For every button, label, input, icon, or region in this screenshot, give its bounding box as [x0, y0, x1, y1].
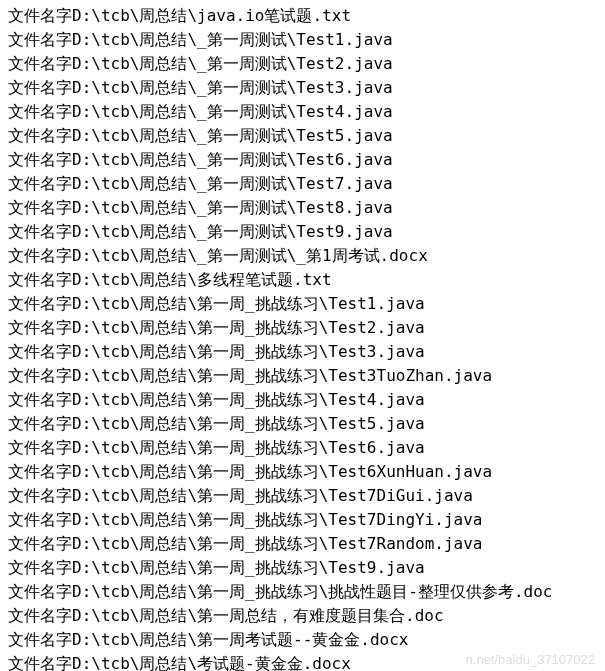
output-line: 文件名字D:\tcb\周总结\第一周_挑战练习\挑战性题目-整理仅供参考.doc — [8, 580, 597, 604]
output-line: 文件名字D:\tcb\周总结\_第一周测试\Test7.java — [8, 172, 597, 196]
output-line: 文件名字D:\tcb\周总结\第一周_挑战练习\Test3TuoZhan.jav… — [8, 364, 597, 388]
output-line: 文件名字D:\tcb\周总结\第一周_挑战练习\Test6XunHuan.jav… — [8, 460, 597, 484]
output-line: 文件名字D:\tcb\周总结\_第一周测试\Test9.java — [8, 220, 597, 244]
output-line: 文件名字D:\tcb\周总结\第一周_挑战练习\Test9.java — [8, 556, 597, 580]
output-line: 文件名字D:\tcb\周总结\第一周_挑战练习\Test5.java — [8, 412, 597, 436]
output-line: 文件名字D:\tcb\周总结\第一周_挑战练习\Test2.java — [8, 316, 597, 340]
output-line: 文件名字D:\tcb\周总结\第一周_挑战练习\Test7DingYi.java — [8, 508, 597, 532]
console-output: 文件名字D:\tcb\周总结\java.io笔试题.txt文件名字D:\tcb\… — [8, 4, 597, 671]
output-line: 文件名字D:\tcb\周总结\_第一周测试\_第1周考试.docx — [8, 244, 597, 268]
output-line: 文件名字D:\tcb\周总结\第一周_挑战练习\Test4.java — [8, 388, 597, 412]
output-line: 文件名字D:\tcb\周总结\_第一周测试\Test4.java — [8, 100, 597, 124]
output-line: 文件名字D:\tcb\周总结\多线程笔试题.txt — [8, 268, 597, 292]
output-line: 文件名字D:\tcb\周总结\java.io笔试题.txt — [8, 4, 597, 28]
output-line: 文件名字D:\tcb\周总结\_第一周测试\Test5.java — [8, 124, 597, 148]
output-line: 文件名字D:\tcb\周总结\第一周_挑战练习\Test6.java — [8, 436, 597, 460]
output-line: 文件名字D:\tcb\周总结\第一周_挑战练习\Test1.java — [8, 292, 597, 316]
output-line: 文件名字D:\tcb\周总结\_第一周测试\Test2.java — [8, 52, 597, 76]
output-line: 文件名字D:\tcb\周总结\_第一周测试\Test3.java — [8, 76, 597, 100]
output-line: 文件名字D:\tcb\周总结\第一周总结，有难度题目集合.doc — [8, 604, 597, 628]
output-line: 文件名字D:\tcb\周总结\第一周_挑战练习\Test3.java — [8, 340, 597, 364]
output-line: 文件名字D:\tcb\周总结\第一周考试题--黄金金.docx — [8, 628, 597, 652]
output-line: 文件名字D:\tcb\周总结\第一周_挑战练习\Test7Random.java — [8, 532, 597, 556]
output-line: 文件名字D:\tcb\周总结\第一周_挑战练习\Test7DiGui.java — [8, 484, 597, 508]
output-line: 文件名字D:\tcb\周总结\_第一周测试\Test1.java — [8, 28, 597, 52]
output-line: 文件名字D:\tcb\周总结\考试题-黄金金.docx — [8, 652, 597, 671]
output-line: 文件名字D:\tcb\周总结\_第一周测试\Test8.java — [8, 196, 597, 220]
output-line: 文件名字D:\tcb\周总结\_第一周测试\Test6.java — [8, 148, 597, 172]
